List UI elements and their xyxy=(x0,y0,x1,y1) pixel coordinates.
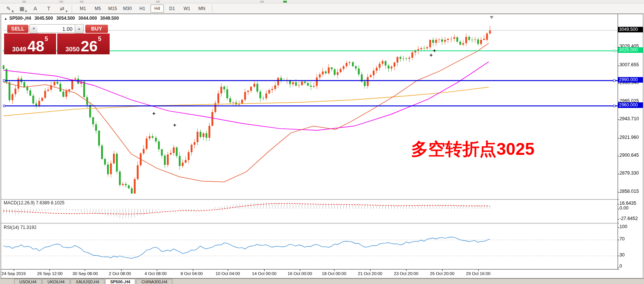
time-axis-label: 14 Oct 00:00 xyxy=(252,271,276,276)
macd-axis-label: 0.00 xyxy=(619,205,628,211)
level-price-box: 2990.000 xyxy=(618,77,643,83)
drawing-tools-group: ✎E▦FAT⇄▾ xyxy=(2,4,69,13)
sell-button[interactable]: SELL xyxy=(7,25,29,33)
volume-field-wrap xyxy=(38,24,75,33)
ohlc-close: 3049.500 xyxy=(100,16,119,21)
text-label-icon: A xyxy=(33,6,37,12)
chart-toolbar: ✎E▦FAT⇄▾ M1M5M15M30H1H4D1W1MN xyxy=(0,3,644,14)
chart-tab-sp500-[interactable]: SP500-,H4 xyxy=(105,279,136,284)
rsi-indicator-label: RSI(14) 71.3192 xyxy=(4,225,36,230)
chart-tab-xauusd[interactable]: XAUUSD,H4 xyxy=(71,279,104,284)
timeframe-button-m15[interactable]: M15 xyxy=(106,4,119,13)
draw-studies-e-icon[interactable]: ✎E xyxy=(3,4,14,13)
timeframe-button-h4[interactable]: H4 xyxy=(151,4,164,13)
clipped-toolbar-row xyxy=(0,0,644,3)
one-click-trading-panel: SELL ▼ ▲ BUY 3049485 3050265 xyxy=(4,23,110,64)
timeframe-button-m5[interactable]: M5 xyxy=(91,4,104,13)
arrange-arrows-icon-sub: ▾ xyxy=(66,10,67,13)
draw-studies-e-icon-sub: E xyxy=(12,10,14,13)
rsi-axis-label: 100 xyxy=(619,224,627,229)
volume-decrease-button[interactable]: ▼ xyxy=(29,24,38,33)
time-axis-label: 24 Sep 2019 xyxy=(1,271,26,276)
time-axis-label: 21 Oct 20:00 xyxy=(358,271,382,276)
time-axis-label: 26 Sep 12:00 xyxy=(37,271,62,276)
grid-f-icon[interactable]: ▦F xyxy=(16,4,27,13)
clipped-button-green xyxy=(283,1,287,3)
clipped-button xyxy=(22,1,26,3)
price-tick-label: 3007.655 xyxy=(619,62,639,67)
draw-studies-e-icon: ✎ xyxy=(6,6,11,12)
current-price-box: 3049.500 xyxy=(618,27,643,32)
time-axis-label: 29 Oct 16:00 xyxy=(466,271,491,276)
symbol-name: SP500-,H4 xyxy=(9,16,31,21)
clipped-button xyxy=(156,1,160,3)
sell-price-sup: 5 xyxy=(45,36,48,42)
macd-axis-label: 16.6435 xyxy=(619,201,636,206)
clipped-button xyxy=(80,1,84,3)
grid-f-icon-sub: F xyxy=(25,10,27,13)
time-axis-label: 2 Oct 08:00 xyxy=(109,271,131,276)
clipped-button xyxy=(260,1,264,3)
price-tick-label: 2921.960 xyxy=(619,135,639,140)
text-label-icon[interactable]: A xyxy=(30,4,41,13)
text-box-icon: T xyxy=(47,6,51,12)
timeframe-button-w1[interactable]: W1 xyxy=(180,4,194,13)
rsi-axis-label: 30 xyxy=(619,252,625,258)
arrange-arrows-icon[interactable]: ⇄▾ xyxy=(56,4,68,13)
rsi-axis-label: 70 xyxy=(619,236,625,242)
ohlc-low: 3044.000 xyxy=(78,16,97,21)
symbol-marker-icon: ▲ xyxy=(4,17,7,20)
time-axis-label: 16 Oct 00:00 xyxy=(288,271,312,276)
level-price-box: 3025.000 xyxy=(618,47,643,53)
sell-price-tile[interactable]: 3049485 xyxy=(4,33,56,54)
volume-input[interactable] xyxy=(38,25,75,33)
chart-title: ▲SP500-,H43045.5003054.5003044.0003049.5… xyxy=(4,16,119,21)
ohlc-high: 3054.500 xyxy=(56,16,75,21)
price-tick-label: 2858.015 xyxy=(619,189,639,194)
volume-increase-button[interactable]: ▲ xyxy=(75,24,84,33)
time-axis-label: 10 Oct 04:00 xyxy=(216,271,240,276)
macd-indicator-label: MACD(12,26,9) 7.6389 8.1025 xyxy=(4,200,64,205)
toolbar-separator xyxy=(72,5,72,12)
buy-price-sup: 5 xyxy=(98,36,101,42)
arrange-arrows-icon: ⇄ xyxy=(60,6,64,12)
toolbar-separator xyxy=(212,5,213,12)
timeframe-button-m1[interactable]: M1 xyxy=(76,4,90,13)
chart-tab-china300[interactable]: CHINA300,H4 xyxy=(136,279,172,284)
grid-f-icon: ▦ xyxy=(19,6,24,12)
sell-price-big: 48 xyxy=(27,40,45,52)
ohlc-open: 3045.500 xyxy=(35,16,53,21)
timeframe-button-m30[interactable]: M30 xyxy=(121,4,134,13)
text-box-icon[interactable]: T xyxy=(43,4,54,13)
rsi-axis-label: 0 xyxy=(619,264,622,269)
chart-tabs-bar: USOil,H4UKOil,H4XAUUSD,H4SP500-,H4CHINA3… xyxy=(0,278,644,284)
sell-price-small: 3049 xyxy=(12,46,26,52)
price-tick-label: 2879.330 xyxy=(619,170,639,176)
buy-price-big: 26 xyxy=(81,40,98,52)
time-axis-label: 8 Oct 04:00 xyxy=(181,271,203,276)
timeframe-button-d1[interactable]: D1 xyxy=(165,4,179,13)
buy-price-tile[interactable]: 3050265 xyxy=(57,33,110,54)
price-tick-label: 2943.710 xyxy=(619,116,639,121)
timeframe-button-mn[interactable]: MN xyxy=(195,4,208,13)
time-axis-label: 25 Oct 20:00 xyxy=(430,271,454,276)
buy-price-small: 3050 xyxy=(65,46,80,52)
level-price-box: 2960.000 xyxy=(618,102,643,108)
timeframe-button-h1[interactable]: H1 xyxy=(136,4,149,13)
chart-tab-usoil[interactable]: USOil,H4 xyxy=(14,279,42,284)
chart-window: ▲SP500-,H43045.5003054.5003044.0003049.5… xyxy=(1,14,643,278)
price-tick-label: 2900.645 xyxy=(619,153,639,158)
buy-button[interactable]: BUY xyxy=(85,25,108,33)
clipped-button xyxy=(59,1,63,3)
timeframe-group: M1M5M15M30H1H4D1W1MN xyxy=(75,4,209,13)
time-axis-label: 4 Oct 08:00 xyxy=(145,271,166,276)
chart-annotation-text: 多空转折点3025 xyxy=(411,138,534,161)
time-axis-label: 23 Oct 20:00 xyxy=(394,271,418,276)
time-axis-label: 30 Sep 08:00 xyxy=(72,271,98,276)
time-axis-label: 18 Oct 00:00 xyxy=(322,271,346,276)
chart-tab-ukoil[interactable]: UKOil,H4 xyxy=(42,279,70,284)
macd-axis-label: -27.6452 xyxy=(619,216,638,221)
